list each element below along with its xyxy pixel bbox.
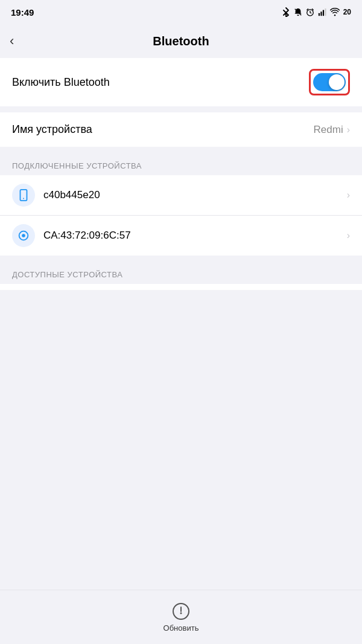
svg-point-11: [180, 613, 182, 614]
status-time: 19:49: [11, 7, 34, 18]
bluetooth-toggle-wrapper: [309, 69, 350, 95]
device-name-value: Redmi: [314, 124, 343, 136]
status-bar: 19:49 20: [0, 0, 362, 24]
battery-level: 20: [343, 8, 351, 16]
svg-point-7: [23, 198, 24, 199]
bluetooth-enable-label: Включить Bluetooth: [12, 76, 110, 89]
bottom-toolbar: Обновить: [0, 590, 362, 644]
page-header: ‹ Bluetooth: [0, 24, 362, 58]
connected-section-header: ПОДКЛЮЧЕННЫЕ УСТРОЙСТВА: [0, 153, 362, 175]
svg-rect-5: [325, 8, 326, 16]
device-name-1: c40b445e20: [43, 189, 347, 201]
svg-rect-2: [319, 13, 320, 16]
bluetooth-toggle-card: Включить Bluetooth: [0, 58, 362, 106]
available-section-header: ДОСТУПНЫЕ УСТРОЙСТВА: [0, 262, 362, 284]
status-icons: 20: [282, 7, 351, 17]
alarm-icon: [306, 8, 314, 16]
list-item[interactable]: CA:43:72:09:6C:57 ›: [0, 216, 362, 256]
device-chevron-1: ›: [347, 190, 350, 201]
bluetooth-toggle[interactable]: [313, 73, 346, 91]
bluetooth-enable-row: Включить Bluetooth: [0, 58, 362, 106]
list-item[interactable]: c40b445e20 ›: [0, 175, 362, 216]
wifi-icon: [330, 8, 340, 16]
svg-rect-3: [320, 11, 322, 16]
device-name-2: CA:43:72:09:6C:57: [43, 230, 347, 242]
svg-point-9: [22, 234, 25, 237]
signal-icon: [318, 8, 326, 16]
svg-rect-4: [323, 10, 324, 16]
bluetooth-status-icon: [282, 7, 290, 17]
device-name-card: Имя устройства Redmi ›: [0, 112, 362, 147]
content: Включить Bluetooth Имя устройства Redmi …: [0, 58, 362, 290]
device-icon-phone: [12, 184, 35, 207]
device-name-right: Redmi ›: [314, 124, 350, 136]
refresh-icon[interactable]: [171, 602, 191, 621]
device-name-row[interactable]: Имя устройства Redmi ›: [0, 112, 362, 147]
device-chevron-2: ›: [347, 230, 350, 241]
available-devices-list: [0, 284, 362, 290]
device-name-label: Имя устройства: [12, 123, 92, 136]
mute-icon: [294, 7, 302, 17]
page-title: Bluetooth: [153, 34, 209, 48]
device-name-chevron: ›: [347, 124, 350, 135]
back-button[interactable]: ‹: [10, 34, 14, 48]
refresh-label: Обновить: [164, 623, 199, 633]
device-icon-circle: [12, 224, 35, 247]
connected-devices-list: c40b445e20 › CA:43:72:09:6C:57 ›: [0, 175, 362, 256]
